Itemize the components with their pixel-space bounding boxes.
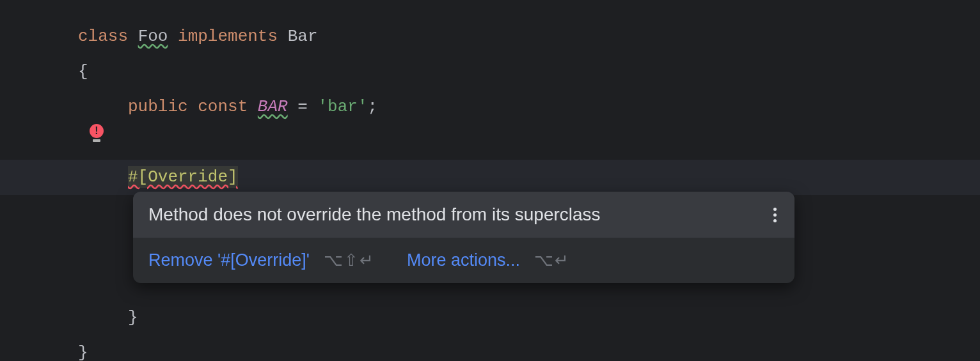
keyword-const: const [198,97,248,116]
interface-name: Bar [288,27,318,46]
brace-close: } [78,343,88,361]
intention-bulb[interactable] [90,124,104,138]
action-remove-group: Remove '#[Override]' ⌥⇧↵ [148,250,375,270]
keyword-implements: implements [178,27,278,46]
action-more[interactable]: More actions... [407,250,520,270]
kebab-menu-icon[interactable] [771,205,779,225]
popup-actions-row: Remove '#[Override]' ⌥⇧↵ More actions...… [133,238,794,283]
inspection-message: Method does not override the method from… [148,204,601,225]
shortcut-label: ⌥⇧↵ [324,250,375,270]
code-line: } [0,300,980,335]
action-more-group: More actions... ⌥↵ [407,250,570,270]
class-name: Foo [138,27,168,46]
inspection-popup: Method does not override the method from… [133,192,794,283]
code-line-blank [0,125,980,160]
code-line: public const BAR = 'bar'; [0,89,980,125]
popup-header: Method does not override the method from… [133,192,794,238]
code-line: class Foo implements Bar [0,19,980,54]
shortcut-label: ⌥↵ [534,250,570,270]
const-name: BAR [258,97,288,116]
action-remove-override[interactable]: Remove '#[Override]' [148,250,310,270]
code-line: { [0,54,980,89]
code-editor[interactable]: class Foo implements Bar { public const … [0,0,980,361]
bulb-base-icon [93,139,100,142]
string-literal: 'bar' [317,97,367,116]
error-icon [90,124,104,138]
semicolon: ; [368,97,378,116]
code-line: } [0,335,980,361]
brace-open: { [78,62,88,81]
equals: = [288,97,318,116]
brace-close: } [128,308,138,327]
code-line-highlighted: #[Override] [0,160,980,195]
attribute-override: #[Override] [128,166,238,188]
keyword-public: public [128,97,188,116]
keyword-class: class [78,27,128,46]
